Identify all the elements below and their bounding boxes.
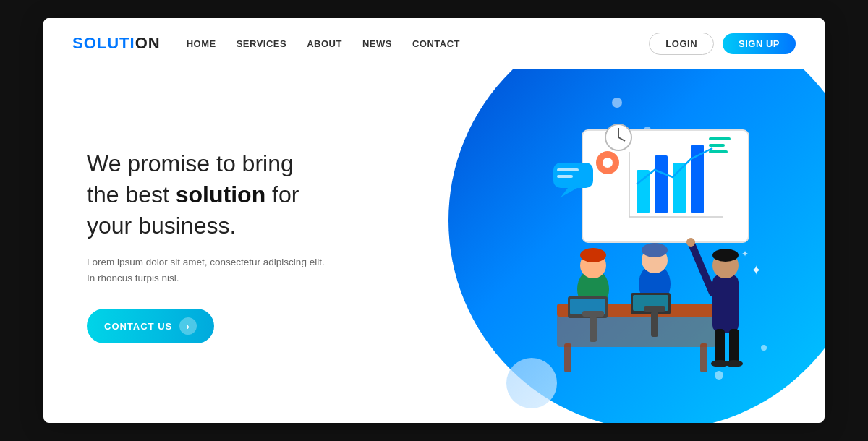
- svg-rect-22: [700, 343, 707, 372]
- svg-rect-10: [709, 144, 725, 147]
- headline-pre-bold: the best: [87, 181, 176, 207]
- hero-illustration: ✦ ✦: [441, 90, 803, 408]
- logo-on: ON: [135, 34, 161, 52]
- svg-marker-16: [561, 188, 577, 197]
- svg-rect-18: [557, 175, 573, 178]
- headline-line1: We promise to bring: [87, 150, 294, 176]
- svg-point-8: [603, 158, 613, 168]
- svg-rect-9: [709, 137, 731, 140]
- svg-rect-21: [564, 343, 571, 372]
- nav-links: HOME SERVICES ABOUT NEWS CONTACT: [187, 38, 650, 49]
- hero-headline: We promise to bring the best solution fo…: [87, 148, 405, 242]
- contact-us-button[interactable]: CONTACT US ›: [87, 309, 214, 343]
- hero-left: We promise to bring the best solution fo…: [43, 69, 434, 423]
- svg-text:✦: ✦: [751, 263, 762, 278]
- nav-about[interactable]: ABOUT: [307, 38, 342, 49]
- nav-home[interactable]: HOME: [187, 38, 216, 49]
- svg-rect-28: [582, 311, 604, 317]
- nav-news[interactable]: NEWS: [362, 38, 392, 49]
- page-wrapper: SOLUTION HOME SERVICES ABOUT NEWS CONTAC…: [43, 18, 825, 423]
- svg-rect-2: [655, 155, 668, 213]
- nav-actions: LOGIN SIGN UP: [649, 33, 796, 55]
- svg-rect-29: [590, 317, 597, 342]
- svg-point-25: [580, 248, 606, 262]
- hero-section: We promise to bring the best solution fo…: [43, 69, 825, 423]
- nav-services[interactable]: SERVICES: [237, 38, 287, 49]
- contact-us-label: CONTACT US: [104, 321, 172, 332]
- svg-point-39: [712, 249, 739, 262]
- svg-text:✦: ✦: [741, 249, 749, 259]
- svg-rect-35: [644, 306, 665, 312]
- signup-button[interactable]: SIGN UP: [723, 33, 796, 54]
- svg-rect-37: [712, 275, 739, 333]
- hero-subtext: Lorem ipsum dolor sit amet, consectetur …: [87, 254, 333, 286]
- svg-rect-11: [709, 150, 728, 153]
- hero-right: ✦ ✦: [434, 69, 825, 423]
- login-button[interactable]: LOGIN: [649, 33, 714, 55]
- headline-line2: the best solution for: [87, 181, 299, 207]
- logo: SOLUTION: [72, 34, 161, 53]
- svg-point-32: [642, 243, 668, 257]
- arrow-icon: ›: [179, 317, 197, 335]
- headline-line3: your business.: [87, 213, 236, 239]
- navbar: SOLUTION HOME SERVICES ABOUT NEWS CONTAC…: [43, 18, 825, 69]
- svg-line-40: [691, 242, 712, 293]
- headline-bold: solution: [176, 181, 265, 207]
- logo-solution: SOLUTI: [72, 34, 135, 52]
- svg-point-45: [726, 360, 743, 367]
- headline-post-bold: for: [265, 181, 299, 207]
- svg-rect-36: [651, 312, 658, 337]
- svg-rect-17: [557, 168, 579, 171]
- nav-contact[interactable]: CONTACT: [412, 38, 460, 49]
- svg-rect-42: [715, 329, 725, 365]
- svg-point-41: [686, 238, 695, 247]
- svg-rect-43: [729, 329, 739, 365]
